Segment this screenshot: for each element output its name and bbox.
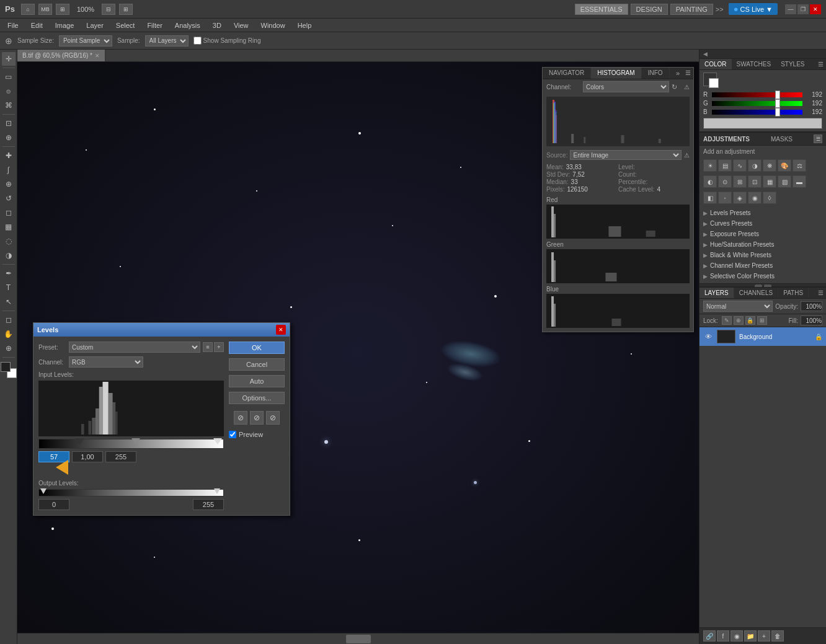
menu-view[interactable]: View: [231, 20, 251, 30]
curves-presets-item[interactable]: ▶ Curves Presets: [699, 218, 826, 229]
channel-mixer-presets-item[interactable]: ▶ Channel Mixer Presets: [699, 260, 826, 271]
color-swatches[interactable]: [1, 362, 17, 378]
marquee-tool[interactable]: ▭: [2, 70, 16, 84]
invert-tool[interactable]: ⊡: [748, 175, 762, 188]
exposure-presets-item[interactable]: ▶ Exposure Presets: [699, 229, 826, 239]
histogram-options-icon[interactable]: ☰: [683, 68, 693, 79]
bridge-icon[interactable]: MB: [38, 4, 52, 15]
output-white-slider[interactable]: [214, 488, 220, 494]
swatches-tab[interactable]: SWATCHES: [732, 59, 776, 69]
brush-tool[interactable]: ∫: [2, 163, 16, 177]
bw-presets-item[interactable]: ▶ Black & White Presets: [699, 250, 826, 260]
preset-icon-1[interactable]: ≡: [203, 342, 213, 352]
sample-select[interactable]: All Layers: [145, 35, 189, 46]
channels-tab[interactable]: CHANNELS: [734, 288, 778, 298]
layers-menu-icon[interactable]: ☰: [815, 288, 826, 298]
history-tool[interactable]: ↺: [2, 192, 16, 205]
tab-close-icon[interactable]: ✕: [95, 53, 100, 59]
channel-select[interactable]: Colors: [583, 81, 669, 92]
restore-button[interactable]: ❐: [797, 4, 809, 14]
cancel-button[interactable]: Cancel: [229, 358, 285, 371]
menu-file[interactable]: File: [5, 20, 21, 30]
zoom-tool[interactable]: ⊕: [2, 342, 16, 355]
input-slider-track[interactable]: [38, 439, 224, 449]
sample-size-select[interactable]: Point Sample: [59, 35, 112, 46]
selective-color-tool[interactable]: ◧: [703, 192, 717, 204]
gradient-tool[interactable]: ▦: [2, 220, 16, 234]
r-slider-track[interactable]: [712, 92, 802, 97]
painting-button[interactable]: PAINTING: [670, 4, 713, 15]
layer-fx-icon[interactable]: f: [717, 630, 729, 642]
gray-eyedropper-button[interactable]: ⊘: [250, 411, 264, 425]
dialog-close-button[interactable]: ✕: [276, 325, 286, 335]
color-tab[interactable]: COLOR: [699, 59, 732, 69]
clone-tool[interactable]: ⊕: [2, 177, 16, 191]
crop-tool[interactable]: ⊡: [2, 117, 16, 130]
adj-tool-6[interactable]: ◉: [748, 192, 762, 204]
lasso-tool[interactable]: ⌾: [2, 84, 16, 98]
white-point-slider[interactable]: [213, 438, 222, 444]
output-black-slider[interactable]: [40, 488, 47, 494]
show-ring-input[interactable]: [193, 37, 202, 45]
path-select-tool[interactable]: ↖: [2, 295, 16, 309]
levels-presets-item[interactable]: ▶ Levels Presets: [699, 208, 826, 218]
layers-tab[interactable]: LAYERS: [699, 288, 734, 298]
home-icon[interactable]: ⌂: [21, 4, 35, 15]
adj-tool-4[interactable]: ◦: [718, 192, 732, 204]
black-eyedropper-button[interactable]: ⊘: [234, 411, 247, 425]
menu-window[interactable]: Window: [259, 20, 288, 30]
menu-help[interactable]: Help: [295, 20, 314, 30]
eyedropper-tool-icon[interactable]: ⊕: [5, 36, 12, 46]
info-tab[interactable]: INFO: [642, 68, 670, 79]
text-tool[interactable]: T: [2, 281, 16, 294]
menu-3d[interactable]: 3D: [210, 20, 224, 30]
midpoint-input[interactable]: [72, 451, 103, 462]
gradient-map-tool[interactable]: ▬: [793, 175, 806, 188]
menu-edit[interactable]: Edit: [29, 20, 45, 30]
color-panel-menu-icon[interactable]: ☰: [815, 59, 826, 69]
options-button[interactable]: Options...: [229, 392, 285, 404]
menu-layer[interactable]: Layer: [84, 20, 106, 30]
refresh-icon[interactable]: ↻: [672, 83, 682, 91]
adj-menu-icon[interactable]: ☰: [814, 135, 822, 143]
vibrance-tool[interactable]: ❋: [763, 159, 776, 172]
canvas-content[interactable]: NAVIGATOR HISTOGRAM INFO » ☰ Channel: Co…: [17, 62, 699, 644]
preview-checkbox[interactable]: [229, 431, 236, 438]
more-workspaces[interactable]: >>: [716, 6, 724, 13]
black-point-input[interactable]: [38, 451, 69, 462]
pen-tool[interactable]: ✒: [2, 267, 16, 280]
healing-tool[interactable]: ✚: [2, 149, 16, 162]
move-tool[interactable]: ✛: [2, 52, 16, 66]
view-icon[interactable]: ⊟: [102, 4, 115, 15]
ok-button[interactable]: OK: [229, 342, 285, 354]
levels-tool[interactable]: ▤: [718, 159, 732, 172]
minimize-button[interactable]: —: [785, 4, 796, 14]
brightness-contrast-tool[interactable]: ☀: [703, 159, 717, 172]
adj-tool-5[interactable]: ◈: [733, 192, 747, 204]
lock-pixels-icon[interactable]: ✎: [722, 316, 732, 325]
photo-filter-tool[interactable]: ⊙: [718, 175, 732, 188]
threshold-tool[interactable]: ▧: [778, 175, 791, 188]
color-balance-tool[interactable]: ⚖: [793, 159, 806, 172]
layer-link-icon[interactable]: 🔗: [703, 630, 716, 642]
horizontal-scrollbar[interactable]: [17, 633, 699, 644]
menu-select[interactable]: Select: [113, 20, 138, 30]
fg-color-display[interactable]: [703, 73, 717, 86]
g-slider-thumb[interactable]: [775, 99, 780, 108]
lock-artboard-icon[interactable]: ⊞: [757, 316, 767, 325]
lock-position-icon[interactable]: ⊕: [734, 316, 744, 325]
eyedropper-tool[interactable]: ⊕: [2, 131, 16, 144]
arrange-icon[interactable]: ⊞: [119, 4, 133, 15]
menu-image[interactable]: Image: [53, 20, 77, 30]
cs-live-button[interactable]: ● CS Live ▼: [729, 3, 778, 15]
white-point-input[interactable]: [105, 451, 136, 462]
layer-visibility-icon[interactable]: 👁: [703, 332, 713, 342]
hue-sat-presets-item[interactable]: ▶ Hue/Saturation Presets: [699, 239, 826, 250]
navigator-tab[interactable]: NAVIGATOR: [543, 68, 591, 79]
midpoint-slider[interactable]: [131, 438, 140, 444]
fill-input[interactable]: [801, 315, 822, 325]
shape-tool[interactable]: ◻: [2, 313, 16, 327]
black-white-tool[interactable]: ◐: [703, 175, 717, 188]
design-button[interactable]: DESIGN: [631, 4, 668, 15]
output-slider-track[interactable]: [38, 489, 224, 496]
